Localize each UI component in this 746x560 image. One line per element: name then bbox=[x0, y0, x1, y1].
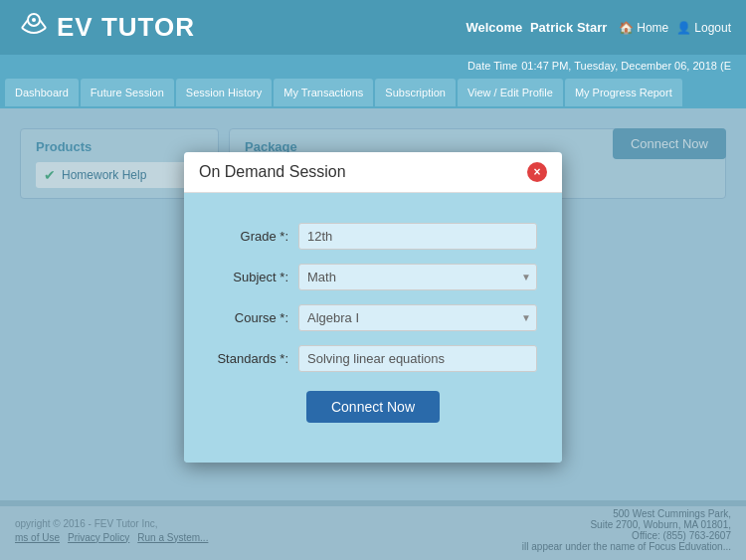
modal-close-button[interactable]: × bbox=[527, 162, 547, 182]
main-content: Products ✔ Homework Help Package Connect… bbox=[0, 108, 746, 506]
standards-label: Standards *: bbox=[209, 351, 288, 366]
nav-subscription[interactable]: Subscription bbox=[375, 79, 456, 106]
subject-select[interactable]: Math Science English History bbox=[298, 264, 537, 290]
modal-footer: Connect Now bbox=[209, 386, 537, 438]
home-icon: 🏠 bbox=[619, 21, 634, 35]
header-links: 🏠 Home 👤 Logout bbox=[619, 21, 731, 35]
course-select-wrapper: Algebra I Algebra II Geometry Calculus ▼ bbox=[298, 304, 537, 331]
connect-now-button[interactable]: Connect Now bbox=[306, 391, 440, 423]
navigation: Dashboard Future Session Session History… bbox=[0, 77, 746, 108]
header: EV TUTOR Welcome Patrick Starr 🏠 Home 👤 … bbox=[0, 0, 746, 55]
grade-label: Grade *: bbox=[209, 229, 288, 244]
subject-row: Subject *: Math Science English History … bbox=[209, 264, 537, 290]
subject-label: Subject *: bbox=[209, 270, 288, 284]
welcome-message: Welcome Patrick Starr bbox=[466, 20, 607, 35]
nav-future-session[interactable]: Future Session bbox=[81, 79, 174, 106]
svg-line-3 bbox=[40, 20, 46, 28]
logout-link[interactable]: 👤 Logout bbox=[676, 21, 731, 35]
nav-dashboard[interactable]: Dashboard bbox=[5, 79, 79, 106]
logo: EV TUTOR bbox=[15, 9, 195, 47]
course-select[interactable]: Algebra I Algebra II Geometry Calculus bbox=[298, 304, 537, 331]
footer-right: 500 West Cummings Park, Suite 2700, Wobu… bbox=[522, 508, 731, 552]
modal-overlay: On Demand Session × Grade *: Subject *: … bbox=[0, 108, 746, 506]
username: Patrick Starr bbox=[530, 20, 607, 35]
svg-line-2 bbox=[22, 20, 28, 28]
standards-input[interactable] bbox=[298, 345, 537, 372]
logout-icon: 👤 bbox=[676, 21, 691, 35]
logo-text: EV TUTOR bbox=[57, 12, 195, 43]
footer-links: ms of Use Privacy Policy Run a System... bbox=[15, 532, 208, 543]
nav-session-history[interactable]: Session History bbox=[176, 79, 272, 106]
modal-body: Grade *: Subject *: Math Science English… bbox=[184, 193, 562, 463]
subject-select-wrapper: Math Science English History ▼ bbox=[298, 264, 537, 290]
datetime-label: Date Time bbox=[467, 60, 517, 72]
standards-row: Standards *: bbox=[209, 345, 537, 372]
course-row: Course *: Algebra I Algebra II Geometry … bbox=[209, 304, 537, 331]
grade-row: Grade *: bbox=[209, 223, 537, 250]
course-label: Course *: bbox=[209, 310, 288, 325]
footer-notice: ill appear under the name of Focus Eduva… bbox=[522, 541, 731, 552]
nav-transactions[interactable]: My Transactions bbox=[274, 79, 373, 106]
on-demand-modal: On Demand Session × Grade *: Subject *: … bbox=[184, 152, 562, 463]
modal-title: On Demand Session bbox=[199, 163, 346, 181]
datetime-bar: Date Time 01:47 PM, Tuesday, December 06… bbox=[0, 55, 746, 77]
welcome-label: Welcome bbox=[466, 20, 522, 35]
nav-view-edit-profile[interactable]: View / Edit Profile bbox=[458, 79, 563, 106]
system-link[interactable]: Run a System... bbox=[137, 532, 208, 543]
home-link[interactable]: 🏠 Home bbox=[619, 21, 668, 35]
footer: opyright © 2016 - FEV Tutor Inc, ms of U… bbox=[0, 500, 746, 560]
header-right: Welcome Patrick Starr 🏠 Home 👤 Logout bbox=[466, 20, 731, 35]
terms-link[interactable]: ms of Use bbox=[15, 532, 60, 543]
datetime-value: 01:47 PM, Tuesday, December 06, 2018 (E bbox=[521, 60, 731, 72]
privacy-link[interactable]: Privacy Policy bbox=[68, 532, 129, 543]
grade-input[interactable] bbox=[298, 223, 537, 250]
footer-left: opyright © 2016 - FEV Tutor Inc, ms of U… bbox=[15, 518, 208, 543]
footer-address: 500 West Cummings Park, Suite 2700, Wobu… bbox=[522, 508, 731, 541]
logo-icon bbox=[15, 9, 53, 47]
footer-copyright: opyright © 2016 - FEV Tutor Inc, bbox=[15, 518, 208, 529]
modal-header: On Demand Session × bbox=[184, 152, 562, 193]
close-icon: × bbox=[533, 165, 540, 179]
nav-progress-report[interactable]: My Progress Report bbox=[565, 79, 682, 106]
svg-point-1 bbox=[32, 18, 36, 22]
